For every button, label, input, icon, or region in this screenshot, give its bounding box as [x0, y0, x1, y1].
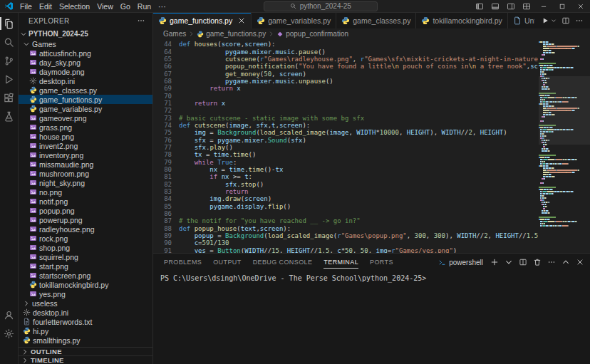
tree-file-smallthings.py[interactable]: smallthings.py — [19, 336, 152, 345]
run-python-file[interactable] — [541, 16, 549, 25]
tree-file-house.png[interactable]: house.png — [19, 132, 152, 141]
menu-edit[interactable]: Edit — [36, 0, 56, 13]
tree-file-grass.png[interactable]: grass.png — [19, 123, 152, 132]
sidebar-section-outline[interactable]: OUTLINE — [19, 347, 152, 355]
tree-file-popup.png[interactable]: popup.png — [19, 206, 152, 215]
tree-file-start.png[interactable]: start.png — [19, 261, 152, 271]
code-line[interactable]: 64 pygame.mixer.music.pause() — [153, 48, 539, 55]
tree-file-missmaudie.png[interactable]: missmaudie.png — [19, 160, 152, 169]
shell-indicator[interactable]: powershell — [438, 259, 483, 266]
tree-file-rock.png[interactable]: rock.png — [19, 234, 152, 243]
tree-file-radleyhouse.png[interactable]: radleyhouse.png — [19, 224, 152, 234]
tree-file-daymode.png[interactable]: daymode.png — [19, 67, 152, 76]
tree-file-startscreen.png[interactable]: startscreen.png — [19, 271, 152, 280]
activity-testing[interactable] — [0, 107, 19, 125]
panel-tab-output[interactable]: OUTPUT — [207, 254, 247, 271]
toggle-secondary-sidebar-button[interactable] — [503, 0, 519, 13]
tree-file-invent2.png[interactable]: invent2.png — [19, 141, 152, 150]
more-terminal-actions[interactable] — [547, 258, 556, 266]
close-window-button[interactable] — [571, 0, 590, 13]
code-line[interactable]: 85 pygame.display.flip() — [153, 203, 539, 210]
sidebar-section-timeline[interactable]: TIMELINE — [19, 355, 152, 364]
tree-file-game_functions.py[interactable]: game_functions.py — [19, 95, 152, 104]
terminal-dropdown[interactable] — [504, 258, 513, 266]
code-line[interactable]: 70 — [153, 92, 539, 99]
tree-file-inventory.png[interactable]: inventory.png — [19, 150, 152, 160]
menu-view[interactable]: View — [93, 0, 117, 13]
tab-game_functions.py[interactable]: game_functions.py — [153, 13, 252, 28]
code-line[interactable]: 89 popup = Background(load_scaled_image(… — [153, 232, 539, 239]
close-panel[interactable] — [576, 258, 584, 266]
kill-terminal[interactable] — [533, 258, 542, 266]
code-line[interactable]: 69 return x — [153, 85, 539, 92]
maximize-panel[interactable] — [561, 258, 570, 266]
code-line[interactable]: 67 get_money(50, screen) — [153, 70, 539, 77]
code-line[interactable]: 66 popup_notification("You have found a … — [153, 63, 539, 70]
tree-file-atticusfinch.png[interactable]: atticusfinch.png — [19, 48, 152, 58]
panel-tab-debug-console[interactable]: DEBUG CONSOLE — [247, 254, 319, 271]
activity-manage[interactable] — [0, 324, 19, 343]
tab-Untitled-1[interactable]: Untitled-1 — [508, 13, 534, 28]
code-line[interactable]: 88def popup_house(text,screen): — [153, 225, 539, 232]
close-tab-icon[interactable] — [237, 16, 246, 25]
panel-tab-problems[interactable]: PROBLEMS — [158, 254, 207, 271]
tab-tokillamockingbird.py[interactable]: tokillamockingbird.py — [416, 13, 507, 28]
activity-explorer[interactable] — [0, 14, 19, 33]
menu-file[interactable]: File — [16, 0, 36, 13]
code-line[interactable]: 87# the notif for "you have reached __ -… — [153, 217, 539, 224]
tree-file-notif.png[interactable]: notif.png — [19, 197, 152, 206]
activity-source-control[interactable] — [0, 51, 19, 70]
code-line[interactable]: 73# basic cutscene - static image with s… — [153, 114, 539, 121]
minimap-slider[interactable] — [539, 76, 590, 145]
activity-search[interactable] — [0, 33, 19, 51]
code-line[interactable]: 90 c=591/130 — [153, 239, 539, 246]
tab-game_classes.py[interactable]: game_classes.py — [336, 13, 416, 28]
code-line[interactable]: 68 pygame.mixer.music.unpause() — [153, 78, 539, 85]
code-line[interactable]: 82 sfx.stop() — [153, 181, 539, 188]
editor[interactable]: 44def houses(score,screen):64 pygame.mix… — [153, 39, 590, 253]
code-line[interactable]: 80 nx = time.time()-tx — [153, 166, 539, 173]
run-dropdown[interactable] — [551, 18, 557, 24]
tree-file-hi.py[interactable]: hi.py — [19, 326, 152, 336]
menu-more[interactable]: ⋯ — [155, 0, 170, 13]
explorer-more-actions-icon[interactable] — [137, 16, 145, 25]
minimap[interactable] — [539, 39, 590, 253]
code-line[interactable]: 74def cutscene(image, sfx,t,screen): — [153, 122, 539, 129]
code-line[interactable]: 65 cutscene(r"Games\radleyhouse.png", r"… — [153, 56, 539, 63]
command-center-search[interactable]: python_2024-25 — [264, 1, 378, 11]
code-line[interactable]: 78 tx = time.time() — [153, 151, 539, 158]
split-editor[interactable] — [561, 16, 570, 25]
new-terminal[interactable] — [490, 258, 499, 266]
menu-go[interactable]: Go — [117, 0, 134, 13]
tree-file-game_variables.py[interactable]: game_variables.py — [19, 104, 152, 113]
minimize-button[interactable] — [534, 0, 553, 13]
terminal-view[interactable]: PS C:\Users\dsingh\OneDrive - The Perse … — [153, 271, 590, 364]
code-line[interactable]: 84 img.draw(screen) — [153, 195, 539, 202]
activity-accounts[interactable] — [0, 306, 19, 324]
code-line[interactable]: 77 sfx.play() — [153, 144, 539, 151]
toggle-sidebar-button[interactable] — [472, 0, 487, 13]
tree-file-night_sky.png[interactable]: night_sky.png — [19, 178, 152, 187]
tree-file-desktop.ini[interactable]: desktop.ini — [19, 308, 152, 317]
more-editor-actions[interactable] — [575, 16, 584, 25]
tree-file-yes.png[interactable]: yes.png — [19, 289, 152, 298]
tree-file-gameover.png[interactable]: gameover.png — [19, 113, 152, 123]
tree-file-shop.png[interactable]: shop.png — [19, 243, 152, 252]
breadcrumb-item[interactable]: Games — [163, 30, 186, 38]
maximize-button[interactable] — [553, 0, 571, 13]
tree-file-day_sky.png[interactable]: day_sky.png — [19, 58, 152, 67]
panel-tab-terminal[interactable]: TERMINAL — [318, 254, 364, 271]
tree-file-powerup.png[interactable]: powerup.png — [19, 215, 152, 224]
tree-file-desktop.ini[interactable]: desktop.ini — [19, 76, 152, 85]
tree-file-game_classes.py[interactable]: game_classes.py — [19, 85, 152, 95]
code-line[interactable]: 44def houses(score,screen): — [153, 41, 539, 48]
tab-game_variables.py[interactable]: game_variables.py — [252, 13, 336, 28]
tree-file-fourletterwords.txt[interactable]: fourletterwords.txt — [19, 317, 152, 326]
breadcrumb-item[interactable]: game_functions.py — [206, 30, 266, 38]
tree-folder-useless[interactable]: useless — [19, 298, 152, 308]
tree-folder-Games[interactable]: Games — [19, 39, 152, 48]
code-line[interactable]: 79 while True: — [153, 159, 539, 166]
tree-file-no.png[interactable]: no.png — [19, 187, 152, 197]
code-lines[interactable]: 44def houses(score,screen):64 pygame.mix… — [153, 39, 539, 253]
activity-extensions[interactable] — [0, 88, 19, 107]
